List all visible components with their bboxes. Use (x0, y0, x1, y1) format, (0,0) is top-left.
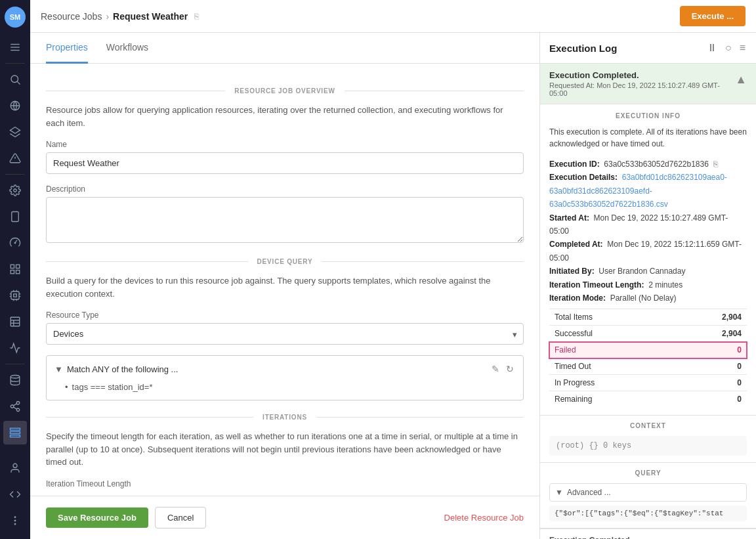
sidebar-bottom (3, 455, 27, 534)
alert-nav-icon[interactable] (3, 146, 27, 170)
execution-log-body: Execution Completed. Requested At: Mon D… (540, 64, 756, 539)
stat-value: 2,904 (673, 326, 747, 342)
filter-icon: ▼ (54, 364, 63, 374)
workflow-nav-icon[interactable] (3, 395, 27, 418)
stat-label: Failed (549, 342, 673, 358)
query-item-text: tags === station_id=* (72, 382, 153, 392)
svg-point-39 (13, 464, 17, 467)
execution-details-row: Execution Details: 63a0bfd01dc862623109a… (549, 171, 747, 211)
svg-rect-37 (10, 432, 20, 434)
sidebar: SM (0, 0, 30, 539)
circle-button[interactable]: ○ (724, 41, 733, 55)
svg-point-3 (11, 75, 18, 83)
execute-button[interactable]: Execute ... (680, 6, 746, 26)
execution-info-title: EXECUTION INFO (549, 112, 747, 119)
sidebar-divider-3 (5, 364, 25, 364)
execution-log-panel: Execution Log ⏸ ○ ≡ Execution Completed.… (539, 33, 756, 539)
svg-line-34 (13, 407, 16, 409)
svg-point-32 (10, 405, 14, 408)
tab-properties[interactable]: Properties (46, 33, 88, 64)
resource-job-overview-label: RESOURCE JOB OVERVIEW (225, 87, 344, 95)
table-nav-icon[interactable] (3, 310, 27, 334)
svg-point-40 (14, 517, 16, 518)
query-code: {"$or":[{"tags":{"$eq":{"$tagKey":"stat (549, 506, 747, 521)
copy-icon[interactable]: ⎘ (194, 12, 199, 21)
cpu-nav-icon[interactable] (3, 284, 27, 307)
iterations-label: ITERATIONS (253, 414, 316, 421)
svg-line-35 (13, 404, 16, 406)
grid-nav-icon[interactable] (3, 257, 27, 281)
context-section: CONTEXT (root) {} 0 keys (540, 416, 756, 463)
main-wrapper: Resource Jobs › Request Weather ⎘ Execut… (30, 0, 756, 539)
sidebar-divider-2 (5, 174, 25, 175)
resource-nav-icon[interactable] (3, 421, 27, 444)
breadcrumb: Resource Jobs › Request Weather ⎘ (41, 11, 199, 22)
query-filter-row: ▼ Advanced ... (549, 483, 747, 502)
sidebar-divider (5, 63, 25, 64)
table-row: Remaining0 (549, 391, 747, 408)
svg-point-8 (14, 189, 17, 192)
layers-nav-icon[interactable] (3, 120, 27, 144)
execution-id-row: Execution ID: 63a0c533b63052d7622b1836 ⎘ (549, 158, 747, 171)
table-row: Failed0 (549, 342, 747, 358)
query-match-label: ▼ Match ANY of the following ... (54, 364, 178, 374)
code-nav-icon[interactable] (3, 483, 27, 506)
gauge-nav-icon[interactable] (3, 231, 27, 255)
timeout-row: Iteration Timeout Length: 2 minutes (549, 278, 747, 291)
tab-workflows[interactable]: Workflows (106, 33, 148, 64)
execution-info-text: This execution is complete. All of its i… (549, 126, 747, 150)
name-input[interactable] (46, 152, 524, 174)
mobile-nav-icon[interactable] (3, 205, 27, 228)
query-builder-header: ▼ Match ANY of the following ... ✎ ↻ (54, 362, 515, 376)
stat-label: Remaining (549, 391, 673, 408)
description-input[interactable] (46, 197, 524, 243)
svg-rect-9 (12, 212, 19, 222)
cancel-button[interactable]: Cancel (155, 507, 206, 528)
stats-table: Total Items2,904Successful2,904Failed0Ti… (549, 309, 747, 407)
query-filter-label: Advanced ... (567, 488, 611, 497)
more-nav-icon[interactable] (3, 509, 27, 532)
resource-type-select[interactable]: Devices Users Groups (46, 323, 524, 345)
settings-nav-icon[interactable] (3, 179, 27, 202)
svg-point-30 (10, 376, 20, 379)
delete-button[interactable]: Delete Resource Job (444, 513, 524, 523)
resource-type-field: Resource Type Devices Users Groups ▾ (46, 311, 524, 345)
chart-nav-icon[interactable] (3, 336, 27, 360)
timeout-label: Iteration Timeout Length: (549, 280, 644, 290)
stat-label: Successful (549, 326, 673, 342)
form-panel: Properties Workflows RESOURCE JOB OVERVI… (30, 33, 539, 539)
database-nav-icon[interactable] (3, 368, 27, 392)
device-query-label: DEVICE QUERY (248, 258, 322, 265)
started-label: Started At: (549, 213, 589, 223)
table-row: Total Items2,904 (549, 309, 747, 326)
svg-rect-13 (16, 265, 20, 268)
name-field: Name (46, 140, 524, 174)
menu-icon[interactable] (3, 35, 27, 59)
tabs-bar: Properties Workflows (30, 33, 539, 64)
globe-nav-icon[interactable] (3, 94, 27, 118)
avatar[interactable]: SM (5, 7, 26, 28)
query-match-text: Match ANY of the following ... (67, 364, 178, 374)
pause-button[interactable]: ⏸ (705, 41, 719, 55)
list-button[interactable]: ≡ (738, 41, 747, 55)
resource-job-overview-desc: Resource jobs allow for querying applica… (46, 104, 524, 129)
scroll-up-icon[interactable]: ▲ (735, 73, 747, 87)
refresh-query-button[interactable]: ↻ (505, 362, 515, 376)
execution-id-label: Execution ID: (549, 160, 600, 169)
iteration-timeout-field: Iteration Timeout Length (46, 479, 524, 488)
iterations-desc: Specify the timeout length for each iter… (46, 430, 524, 469)
description-field: Description (46, 184, 524, 245)
copy-id-icon[interactable]: ⎘ (713, 160, 718, 169)
user-nav-icon[interactable] (3, 456, 27, 480)
edit-query-button[interactable]: ✎ (490, 362, 501, 376)
breadcrumb-resource-jobs[interactable]: Resource Jobs (41, 11, 102, 22)
iteration-mode-value: Parallel (No Delay) (610, 293, 677, 303)
save-button[interactable]: Save Resource Job (46, 507, 148, 528)
execution-completed-title: Execution Completed. (549, 70, 730, 80)
stat-value: 0 (673, 358, 747, 375)
stat-label: Total Items (549, 309, 673, 326)
resource-job-overview-divider: RESOURCE JOB OVERVIEW (46, 87, 524, 95)
resource-type-select-wrapper: Devices Users Groups ▾ (46, 323, 524, 345)
svg-point-33 (16, 408, 20, 412)
search-nav-icon[interactable] (3, 68, 27, 91)
